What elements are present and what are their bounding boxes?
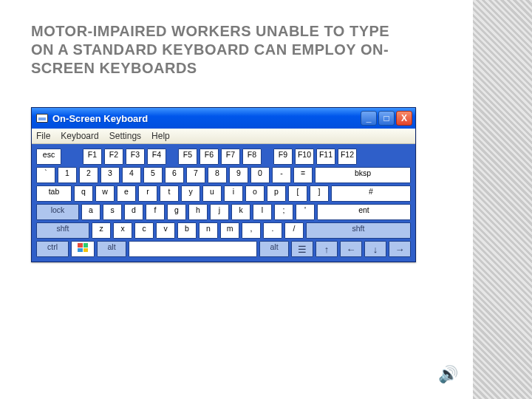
key-v[interactable]: v xyxy=(156,222,175,239)
key-f9[interactable]: F9 xyxy=(273,149,293,165)
maximize-button[interactable]: □ xyxy=(378,111,395,126)
minimize-button[interactable]: _ xyxy=(361,111,377,126)
window-controls: _ □ X xyxy=(361,111,412,126)
key-q[interactable]: q xyxy=(74,185,93,202)
row-home: lock a s d f g h j k l ; ' ent xyxy=(36,204,411,220)
key-backspace[interactable]: bksp xyxy=(315,167,411,183)
menu-settings[interactable]: Settings xyxy=(109,131,141,141)
key-y[interactable]: y xyxy=(181,185,200,202)
key-f12[interactable]: F12 xyxy=(338,149,357,165)
key-space[interactable] xyxy=(129,241,257,257)
row-bottom: ctrl alt alt ☰ ↑ ← ↓ → xyxy=(36,241,411,257)
key-7[interactable]: 7 xyxy=(186,167,205,183)
key-9[interactable]: 9 xyxy=(229,167,248,183)
key-k[interactable]: k xyxy=(231,204,250,220)
key-windows[interactable] xyxy=(71,241,95,257)
key-left-bracket[interactable]: [ xyxy=(288,185,307,202)
titlebar: On-Screen Keyboard _ □ X xyxy=(32,108,415,129)
key-w[interactable]: w xyxy=(95,185,115,202)
key-t[interactable]: t xyxy=(160,185,179,202)
key-n[interactable]: n xyxy=(199,222,218,239)
key-apostrophe[interactable]: ' xyxy=(296,204,315,220)
key-z[interactable]: z xyxy=(92,222,111,239)
key-p[interactable]: p xyxy=(267,185,286,202)
key-6[interactable]: 6 xyxy=(165,167,184,183)
key-m[interactable]: m xyxy=(220,222,239,239)
key-tab[interactable]: tab xyxy=(36,185,72,202)
key-1[interactable]: 1 xyxy=(58,167,77,183)
key-arrow-up[interactable]: ↑ xyxy=(316,241,338,257)
key-b[interactable]: b xyxy=(177,222,197,239)
key-enter[interactable]: ent xyxy=(317,204,411,220)
key-right-shift[interactable]: shft xyxy=(306,222,411,239)
key-semicolon[interactable]: ; xyxy=(274,204,293,220)
slide-title: MOTOR-IMPAIRED WORKERS UNABLE TO TYPE ON… xyxy=(31,22,415,78)
key-o[interactable]: o xyxy=(245,185,265,202)
key-f5[interactable]: F5 xyxy=(178,149,197,165)
key-0[interactable]: 0 xyxy=(250,167,270,183)
key-f2[interactable]: F2 xyxy=(104,149,123,165)
key-right-alt[interactable]: alt xyxy=(259,241,289,257)
window-title: On-Screen Keyboard xyxy=(52,113,356,124)
key-arrow-right[interactable]: → xyxy=(389,241,411,257)
key-esc[interactable]: esc xyxy=(36,149,61,165)
key-x[interactable]: x xyxy=(113,222,132,239)
key-ctrl[interactable]: ctrl xyxy=(36,241,69,257)
key-u[interactable]: u xyxy=(202,185,222,202)
app-icon xyxy=(36,114,48,123)
close-button[interactable]: X xyxy=(396,111,412,126)
key-f10[interactable]: F10 xyxy=(295,149,314,165)
key-hash[interactable]: # xyxy=(331,185,411,202)
key-f[interactable]: f xyxy=(146,204,165,220)
audio-icon: 🔊 xyxy=(438,365,458,384)
key-f4[interactable]: F4 xyxy=(147,149,166,165)
key-a[interactable]: a xyxy=(81,204,100,220)
key-l[interactable]: l xyxy=(253,204,272,220)
key-i[interactable]: i xyxy=(224,185,243,202)
key-3[interactable]: 3 xyxy=(100,167,120,183)
key-r[interactable]: r xyxy=(138,185,157,202)
key-capslock[interactable]: lock xyxy=(36,204,79,220)
key-slash[interactable]: / xyxy=(284,222,304,239)
key-j[interactable]: j xyxy=(210,204,229,220)
key-equals[interactable]: = xyxy=(293,167,313,183)
menubar: File Keyboard Settings Help xyxy=(32,129,415,144)
key-4[interactable]: 4 xyxy=(122,167,141,183)
keyboard-panel: esc F1 F2 F3 F4 F5 F6 F7 F8 F9 F10 F11 F… xyxy=(32,144,415,262)
key-g[interactable]: g xyxy=(167,204,186,220)
key-2[interactable]: 2 xyxy=(79,167,98,183)
key-e[interactable]: e xyxy=(117,185,136,202)
key-f8[interactable]: F8 xyxy=(242,149,262,165)
key-left-alt[interactable]: alt xyxy=(97,241,126,257)
key-f7[interactable]: F7 xyxy=(221,149,240,165)
menu-keyboard[interactable]: Keyboard xyxy=(61,131,98,141)
key-arrow-down[interactable]: ↓ xyxy=(364,241,386,257)
windows-logo-icon xyxy=(78,243,88,252)
row-numbers: ` 1 2 3 4 5 6 7 8 9 0 - = bksp xyxy=(36,167,411,183)
key-d[interactable]: d xyxy=(124,204,143,220)
key-f1[interactable]: F1 xyxy=(83,149,102,165)
key-backtick[interactable]: ` xyxy=(36,167,55,183)
row-function: esc F1 F2 F3 F4 F5 F6 F7 F8 F9 F10 F11 F… xyxy=(36,149,411,165)
key-comma[interactable]: , xyxy=(242,222,261,239)
slide-right-strip xyxy=(473,0,532,399)
key-5[interactable]: 5 xyxy=(143,167,163,183)
osk-window: On-Screen Keyboard _ □ X File Keyboard S… xyxy=(31,107,416,262)
row-zxcv: shft z x c v b n m , . / shft xyxy=(36,222,411,239)
menu-file[interactable]: File xyxy=(36,131,50,141)
menu-help[interactable]: Help xyxy=(151,131,170,141)
key-f3[interactable]: F3 xyxy=(126,149,145,165)
key-f11[interactable]: F11 xyxy=(316,149,335,165)
row-qwerty: tab q w e r t y u i o p [ ] # xyxy=(36,185,411,202)
key-f6[interactable]: F6 xyxy=(200,149,219,165)
key-h[interactable]: h xyxy=(188,204,208,220)
key-c[interactable]: c xyxy=(134,222,154,239)
key-context-menu[interactable]: ☰ xyxy=(291,241,313,257)
key-s[interactable]: s xyxy=(103,204,122,220)
key-left-shift[interactable]: shft xyxy=(36,222,89,239)
key-8[interactable]: 8 xyxy=(208,167,227,183)
key-period[interactable]: . xyxy=(263,222,282,239)
key-minus[interactable]: - xyxy=(272,167,291,183)
key-right-bracket[interactable]: ] xyxy=(310,185,329,202)
key-arrow-left[interactable]: ← xyxy=(340,241,362,257)
